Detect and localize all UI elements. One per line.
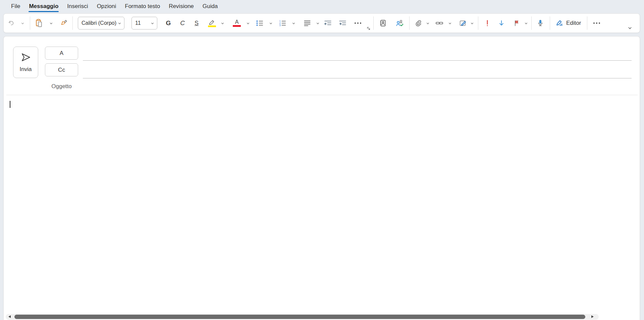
italic-button[interactable]: C bbox=[177, 16, 188, 30]
address-book-button[interactable] bbox=[376, 16, 390, 30]
chevron-down-icon bbox=[221, 21, 224, 25]
attach-file-button[interactable] bbox=[412, 16, 424, 30]
tab-opzioni[interactable]: Opzioni bbox=[93, 0, 121, 12]
link-dropdown-button[interactable] bbox=[447, 16, 452, 30]
chevron-down-icon bbox=[426, 21, 430, 25]
tab-formato-testo[interactable]: Formato testo bbox=[120, 0, 164, 12]
collapse-ribbon-button[interactable] bbox=[626, 25, 634, 31]
ribbon-divider bbox=[478, 16, 478, 30]
undo-dropdown-button[interactable] bbox=[20, 16, 25, 30]
tab-inserisci[interactable]: Inserisci bbox=[63, 0, 92, 12]
underline-button[interactable]: S bbox=[191, 16, 202, 30]
flag-dropdown-button[interactable] bbox=[523, 16, 529, 30]
link-button[interactable] bbox=[433, 16, 446, 30]
highlight-dropdown-button[interactable] bbox=[220, 16, 225, 30]
subject-input[interactable] bbox=[83, 80, 632, 93]
tab-file[interactable]: File bbox=[7, 0, 24, 12]
bullet-list-button[interactable] bbox=[253, 16, 266, 30]
dictate-icon bbox=[536, 19, 544, 27]
decrease-indent-button[interactable] bbox=[322, 16, 334, 30]
signature-dropdown-button[interactable] bbox=[469, 16, 475, 30]
ribbon-divider bbox=[373, 16, 374, 30]
bullet-list-icon bbox=[256, 19, 264, 27]
signature-button[interactable] bbox=[457, 16, 469, 30]
chevron-down-icon bbox=[246, 21, 250, 25]
italic-icon: C bbox=[180, 19, 185, 27]
scroll-left-arrow-icon[interactable] bbox=[8, 315, 11, 318]
undo-icon bbox=[8, 19, 15, 27]
more-commands-button[interactable] bbox=[590, 16, 603, 30]
attach-file-icon bbox=[414, 19, 422, 27]
format-painter-button[interactable] bbox=[58, 16, 70, 30]
collapse-ribbon-icon bbox=[628, 26, 632, 30]
cc-button[interactable]: Cc bbox=[45, 63, 78, 76]
subject-label: Oggetto bbox=[45, 83, 78, 90]
ribbon-divider bbox=[550, 16, 550, 30]
horizontal-scrollbar[interactable] bbox=[6, 314, 599, 320]
svg-text:3: 3 bbox=[279, 24, 281, 27]
numbered-list-icon: 1 2 3 bbox=[278, 19, 286, 27]
attach-dropdown-button[interactable] bbox=[425, 16, 430, 30]
chevron-down-icon bbox=[292, 21, 296, 25]
numbered-list-button[interactable]: 1 2 3 bbox=[276, 16, 289, 30]
dictate-button[interactable] bbox=[534, 16, 547, 30]
alignment-button[interactable] bbox=[301, 16, 314, 30]
to-input[interactable] bbox=[83, 48, 632, 61]
alignment-dropdown-button[interactable] bbox=[315, 16, 320, 30]
font-color-swatch bbox=[233, 25, 241, 27]
ribbon-tab-bar: File Messaggio Inserisci Opzioni Formato… bbox=[0, 0, 644, 13]
font-color-button[interactable]: A bbox=[230, 16, 243, 30]
low-importance-button[interactable] bbox=[496, 16, 507, 30]
text-highlight-button[interactable] bbox=[206, 16, 218, 30]
text-cursor bbox=[10, 101, 10, 108]
chevron-down-icon bbox=[151, 21, 154, 25]
decrease-indent-icon bbox=[324, 19, 332, 27]
font-name-value: Calibri (Corpo) bbox=[82, 20, 116, 26]
scroll-right-arrow-icon[interactable] bbox=[591, 315, 594, 318]
low-importance-icon bbox=[498, 19, 505, 27]
tab-messaggio[interactable]: Messaggio bbox=[24, 0, 63, 12]
cc-input[interactable] bbox=[83, 66, 632, 78]
more-formatting-button[interactable] bbox=[351, 16, 365, 30]
ribbon-toolbar: Calibri (Corpo) 11 G C S A bbox=[3, 13, 640, 33]
chevron-down-icon bbox=[524, 21, 528, 25]
ribbon-divider bbox=[72, 16, 73, 30]
underline-icon: S bbox=[195, 20, 199, 27]
format-dialog-launcher-button[interactable] bbox=[366, 25, 371, 31]
more-formatting-icon bbox=[355, 22, 361, 24]
send-icon bbox=[20, 52, 32, 63]
chevron-down-icon bbox=[118, 21, 121, 25]
bold-button[interactable]: G bbox=[163, 16, 174, 30]
highlight-color-swatch bbox=[208, 25, 216, 27]
high-importance-button[interactable] bbox=[482, 16, 493, 30]
increase-indent-button[interactable] bbox=[336, 16, 348, 30]
paste-button[interactable] bbox=[32, 16, 46, 30]
chevron-down-icon bbox=[316, 21, 320, 25]
numbered-list-dropdown-button[interactable] bbox=[291, 16, 296, 30]
to-button[interactable]: A bbox=[45, 47, 78, 60]
address-book-icon bbox=[379, 19, 387, 27]
undo-button[interactable] bbox=[6, 16, 17, 30]
bold-icon: G bbox=[166, 19, 171, 27]
ribbon-divider bbox=[30, 16, 30, 30]
bullet-list-dropdown-button[interactable] bbox=[268, 16, 273, 30]
font-color-icon: A bbox=[235, 20, 239, 24]
tab-revisione[interactable]: Revisione bbox=[164, 0, 198, 12]
font-color-dropdown-button[interactable] bbox=[245, 16, 251, 30]
follow-up-flag-button[interactable] bbox=[511, 16, 523, 30]
paste-dropdown-button[interactable] bbox=[48, 16, 54, 30]
signature-icon bbox=[459, 19, 467, 27]
link-icon bbox=[435, 19, 444, 27]
paste-icon bbox=[35, 19, 43, 27]
increase-indent-icon bbox=[338, 19, 347, 27]
high-importance-icon bbox=[484, 19, 491, 27]
chevron-down-icon bbox=[448, 21, 452, 25]
editor-button[interactable]: Editor bbox=[552, 16, 584, 30]
send-button[interactable]: Invia bbox=[13, 47, 38, 78]
font-size-select[interactable]: 11 bbox=[131, 17, 157, 29]
check-names-button[interactable] bbox=[393, 16, 407, 30]
tab-guida[interactable]: Guida bbox=[198, 0, 222, 12]
message-body-editor[interactable] bbox=[4, 95, 640, 313]
scrollbar-thumb[interactable] bbox=[14, 315, 585, 319]
font-name-select[interactable]: Calibri (Corpo) bbox=[78, 17, 124, 29]
